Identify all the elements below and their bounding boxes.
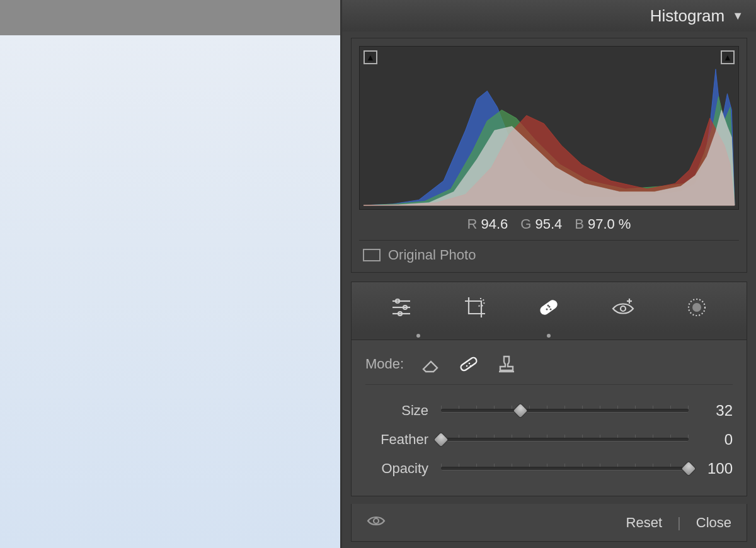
canvas-area: [0, 0, 340, 548]
sliders-icon: [389, 295, 414, 320]
crop-icon: [462, 295, 488, 320]
reset-button[interactable]: Reset: [626, 515, 662, 531]
tool-strip: [351, 282, 747, 332]
chevron-down-icon: ▼: [732, 9, 743, 23]
right-panel: Histogram ▼ ▲ ▲ R94.6 G95.4 B97.0 % Orig…: [340, 0, 756, 548]
svg-point-9: [550, 308, 552, 310]
r-value: 94.6: [481, 216, 508, 232]
slider-row-size: Size32: [365, 396, 733, 425]
svg-point-21: [374, 518, 379, 523]
histogram-chart[interactable]: ▲ ▲: [359, 46, 739, 210]
tool-strip-indicators: [351, 332, 747, 340]
image-preview[interactable]: [0, 35, 340, 548]
slider-label-opacity: Opacity: [365, 460, 441, 477]
g-label: G: [520, 216, 531, 232]
canvas-topbar: [0, 0, 340, 35]
bandage-icon: [457, 353, 480, 375]
rgb-readout: R94.6 G95.4 B97.0 %: [352, 215, 747, 232]
g-value: 95.4: [535, 216, 562, 232]
svg-point-10: [547, 304, 549, 306]
photo-frame-icon: [363, 249, 381, 261]
eye-icon: [367, 511, 386, 530]
visibility-toggle[interactable]: [367, 511, 386, 534]
slider-opacity[interactable]: [441, 462, 689, 475]
histogram-title: Histogram: [650, 6, 724, 26]
slider-label-feather: Feather: [365, 431, 441, 448]
histogram-panel: ▲ ▲ R94.6 G95.4 B97.0 % Original Photo: [351, 38, 747, 273]
mode-content-aware[interactable]: [418, 351, 444, 377]
svg-point-19: [470, 365, 472, 367]
mode-clone[interactable]: [493, 351, 520, 377]
panel-footer: Reset | Close: [351, 504, 747, 542]
slider-row-opacity: Opacity100: [365, 454, 733, 483]
svg-point-17: [466, 365, 468, 367]
original-photo-label: Original Photo: [388, 247, 476, 263]
eye-plus-icon: [610, 295, 636, 320]
b-label: B: [575, 216, 584, 232]
histogram-header[interactable]: Histogram ▼: [342, 0, 756, 31]
slider-value-feather: 0: [689, 431, 733, 448]
slider-size[interactable]: [441, 404, 689, 417]
close-button[interactable]: Close: [696, 515, 731, 531]
divider: [359, 240, 739, 241]
mode-label: Mode:: [365, 356, 404, 372]
sliders-group: Size32Feather0Opacity100: [365, 396, 733, 483]
slider-value-size: 32: [689, 402, 733, 420]
svg-point-18: [469, 363, 471, 365]
original-photo-row: Original Photo: [352, 247, 747, 263]
separator: |: [677, 515, 681, 531]
slider-label-size: Size: [365, 402, 441, 419]
edit-tool-tab[interactable]: [386, 292, 417, 323]
eraser-icon: [420, 353, 442, 375]
redeye-tool-tab[interactable]: [607, 292, 639, 323]
histogram-svg: [360, 47, 738, 209]
slider-row-feather: Feather0: [365, 425, 733, 454]
bandage-icon: [536, 295, 561, 320]
crop-tool-tab[interactable]: [459, 292, 491, 323]
svg-point-7: [546, 308, 548, 310]
r-label: R: [467, 216, 478, 232]
svg-rect-16: [460, 357, 478, 372]
svg-point-11: [621, 306, 626, 311]
masking-tool-tab[interactable]: [681, 292, 713, 323]
healing-tool-tab[interactable]: [533, 292, 564, 323]
b-value: 97.0 %: [588, 216, 631, 232]
slider-feather[interactable]: [441, 433, 689, 446]
stamp-icon: [495, 353, 518, 375]
svg-point-15: [692, 303, 701, 312]
mask-circle-icon: [684, 295, 709, 320]
healing-panel: Mode: Size32Feather0Opacity100: [351, 340, 747, 496]
mode-row: Mode:: [365, 351, 733, 385]
mode-heal[interactable]: [455, 351, 482, 377]
